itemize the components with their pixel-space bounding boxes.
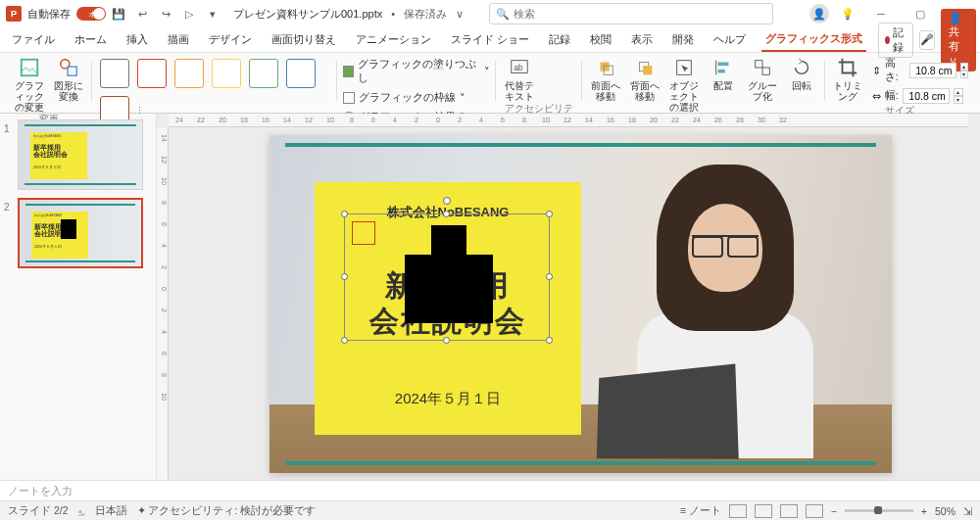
title-bar: P 自動保存 オン 💾 ↩ ↪ ▷ ▾ プレゼン資料サンプル001.pptx •…	[0, 0, 980, 27]
start-from-beginning-icon[interactable]: ▷	[180, 5, 198, 23]
tab-slideshow[interactable]: スライド ショー	[447, 28, 533, 51]
resize-handle-w[interactable]	[341, 273, 348, 280]
rotate-button[interactable]: 回転	[784, 57, 819, 91]
convert-to-shape-button[interactable]: 図形に変換	[51, 57, 86, 102]
ribbon-group-style-options: グラフィックの塗りつぶし ˅ グラフィックの枠線 ˅ グラフィックの効果 ˅	[337, 55, 496, 113]
crop-icon	[837, 57, 858, 78]
width-input[interactable]	[903, 88, 950, 104]
graphic-outline-button[interactable]: グラフィックの枠線 ˅	[343, 90, 466, 106]
align-button[interactable]: 配置	[706, 57, 741, 91]
autosave-label: 自動保存	[27, 7, 71, 22]
search-box[interactable]: 🔍	[489, 3, 773, 24]
record-button[interactable]: 記録	[878, 23, 913, 58]
tab-review[interactable]: 校閲	[586, 28, 615, 51]
tab-developer[interactable]: 開発	[668, 28, 698, 51]
resize-handle-n[interactable]	[443, 211, 450, 217]
svg-rect-8	[643, 66, 652, 74]
alt-text-button[interactable]: ab 代替テキスト	[502, 57, 537, 102]
style-preset-0[interactable]	[100, 59, 129, 88]
slide-canvas[interactable]: 株式会社NoBESANG 新卒採用会社説明会 2024年５月１日	[270, 135, 892, 473]
style-preset-1[interactable]	[137, 59, 167, 88]
tab-animations[interactable]: アニメーション	[352, 28, 435, 51]
slideshow-view-button[interactable]	[806, 504, 823, 518]
bring-forward-button[interactable]: 前面へ移動	[588, 57, 623, 102]
height-input[interactable]	[909, 63, 956, 78]
style-preset-4[interactable]	[249, 59, 278, 88]
tab-graphics-format[interactable]: グラフィックス形式	[761, 27, 866, 52]
ribbon-group-arrange: 前面へ移動 背面へ移動 オブジェクトの選択と表示 配置 グループ化 回転 配置	[582, 55, 825, 113]
document-name[interactable]: プレゼン資料サンプル001.pptx	[233, 7, 382, 22]
resize-handle-nw[interactable]	[341, 211, 348, 217]
resize-handle-ne[interactable]	[546, 211, 553, 217]
style-gallery-more[interactable]: ⋮	[135, 106, 144, 116]
svg-rect-5	[600, 63, 609, 71]
resize-handle-s[interactable]	[443, 337, 450, 344]
svg-rect-14	[762, 68, 769, 74]
height-spinner[interactable]: ▴▾	[960, 63, 968, 78]
redo-icon[interactable]: ↪	[157, 5, 174, 23]
send-backward-button[interactable]: 背面へ移動	[627, 57, 662, 102]
change-graphic-icon	[19, 57, 40, 78]
zoom-out-button[interactable]: −	[831, 505, 837, 517]
search-input[interactable]	[514, 8, 766, 20]
normal-view-button[interactable]	[729, 504, 747, 518]
zoom-level[interactable]: 50%	[935, 505, 956, 517]
tab-home[interactable]: ホーム	[71, 28, 111, 51]
height-icon: ⇕	[872, 65, 881, 76]
slide-thumbnails: 1 株式会社NoBESANG新卒採用会社説明会2024年５月１日 2 株式会社N…	[0, 114, 157, 480]
outline-icon	[343, 92, 355, 104]
fit-to-window-button[interactable]: ⇲	[963, 505, 972, 517]
width-spinner[interactable]: ▴▾	[954, 88, 963, 104]
rotate-handle[interactable]	[443, 197, 451, 205]
zoom-slider[interactable]	[845, 509, 913, 512]
horizontal-ruler[interactable]: 2422201816141210864202468101214161820222…	[169, 114, 968, 127]
qat-overflow-icon[interactable]: ▾	[204, 5, 221, 23]
dictate-button[interactable]: 🎤	[919, 30, 935, 50]
slide-counter[interactable]: スライド 2/2	[8, 504, 69, 518]
save-icon[interactable]: 💾	[110, 5, 127, 23]
thumb-number: 1	[4, 119, 14, 190]
account-avatar[interactable]: 👤	[809, 4, 829, 24]
spell-check-icon[interactable]: ⎁	[78, 505, 85, 517]
style-preset-5[interactable]	[286, 59, 316, 88]
reading-view-button[interactable]	[780, 504, 798, 518]
language-indicator[interactable]: 日本語	[95, 504, 127, 518]
resize-handle-se[interactable]	[546, 337, 553, 344]
tab-insert[interactable]: 挿入	[122, 28, 152, 51]
align-icon	[712, 57, 734, 78]
tab-record[interactable]: 記録	[545, 28, 574, 51]
notes-pane[interactable]: ノートを入力	[0, 480, 980, 500]
coming-soon-icon[interactable]: 💡	[839, 5, 857, 23]
vertical-ruler[interactable]: 14121086420246810	[157, 127, 169, 480]
graphic-fill-button[interactable]: グラフィックの塗りつぶし ˅	[343, 57, 490, 86]
saved-state: 保存済み	[404, 7, 447, 22]
sorter-view-button[interactable]	[755, 504, 772, 518]
thumb-number: 2	[4, 198, 14, 268]
style-preset-3[interactable]	[212, 59, 241, 88]
group-icon	[752, 57, 773, 78]
status-bar: スライド 2/2 ⎁ 日本語 ✦ アクセシビリティ: 検討が必要です ≡ ノート…	[0, 500, 980, 520]
change-graphic-button[interactable]: グラフィックの変更	[12, 57, 47, 113]
resize-handle-e[interactable]	[546, 273, 553, 280]
convert-shape-icon	[58, 57, 79, 78]
zoom-in-button[interactable]: +	[921, 505, 927, 517]
tab-transitions[interactable]: 画面切り替え	[268, 28, 340, 51]
crop-button[interactable]: トリミング	[831, 57, 864, 102]
tab-file[interactable]: ファイル	[8, 28, 59, 51]
resize-handle-sw[interactable]	[341, 337, 348, 344]
tab-draw[interactable]: 描画	[164, 28, 193, 51]
undo-icon[interactable]: ↩	[133, 5, 151, 23]
autosave-state: オン	[88, 9, 104, 20]
inner-selection[interactable]	[352, 221, 375, 245]
fill-icon	[343, 66, 354, 77]
thumbnail-1[interactable]: 株式会社NoBESANG新卒採用会社説明会2024年５月１日	[18, 119, 143, 190]
group-button[interactable]: グループ化	[745, 57, 780, 102]
thumbnail-2[interactable]: 株式会社NoBESANG新卒採用会社説明会2024年５月１日	[18, 198, 143, 268]
notes-toggle[interactable]: ≡ ノート	[680, 504, 721, 518]
tab-view[interactable]: 表示	[627, 28, 657, 51]
tab-help[interactable]: ヘルプ	[710, 28, 750, 51]
accessibility-status[interactable]: ✦ アクセシビリティ: 検討が必要です	[137, 504, 317, 518]
send-backward-icon	[634, 57, 656, 78]
tab-design[interactable]: デザイン	[205, 28, 256, 51]
style-preset-2[interactable]	[174, 59, 204, 88]
